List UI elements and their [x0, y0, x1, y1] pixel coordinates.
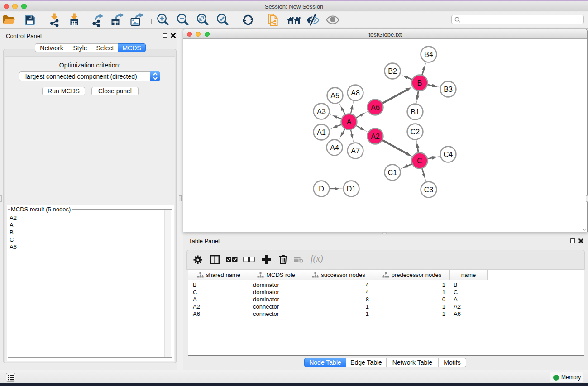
svg-text:A: A	[347, 118, 352, 126]
svg-text:C1: C1	[388, 169, 397, 176]
svg-text:C2: C2	[411, 128, 420, 136]
svg-text:D: D	[319, 185, 324, 193]
svg-text:A3: A3	[317, 108, 326, 115]
svg-text:A8: A8	[351, 89, 360, 97]
svg-text:A6: A6	[371, 104, 380, 111]
svg-text:C4: C4	[444, 151, 453, 158]
svg-text:A7: A7	[351, 147, 360, 155]
svg-text:C3: C3	[424, 186, 434, 194]
svg-text:D1: D1	[347, 185, 356, 193]
svg-text:B3: B3	[444, 86, 453, 93]
svg-text:C: C	[417, 157, 422, 165]
svg-text:B2: B2	[388, 67, 397, 75]
svg-text:A2: A2	[371, 133, 380, 140]
svg-text:B: B	[417, 79, 422, 87]
svg-text:A1: A1	[317, 129, 326, 136]
svg-text:B1: B1	[411, 108, 420, 116]
svg-text:A5: A5	[330, 92, 339, 100]
svg-text:A4: A4	[330, 144, 339, 152]
svg-text:B4: B4	[424, 51, 433, 58]
